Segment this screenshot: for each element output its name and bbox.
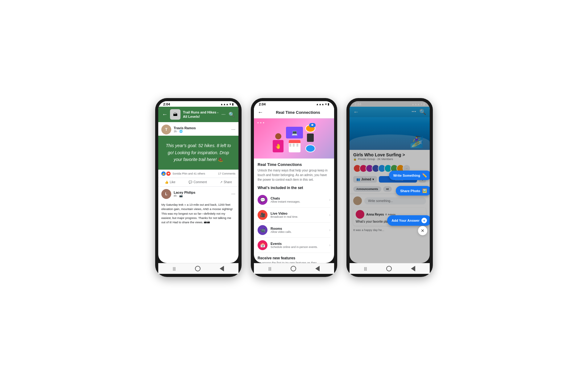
post-2-author-info: Lacey Philips 8h · 📷 xyxy=(174,191,229,197)
wifi-icon: ▾ xyxy=(421,103,422,106)
feature-rooms[interactable]: 📹 Rooms Allow video calls. › xyxy=(258,223,330,238)
group-name-text[interactable]: Girls Who Love Surfing xyxy=(353,152,401,157)
like-button[interactable]: 👍 Like xyxy=(162,179,178,185)
phone-small-icon xyxy=(307,134,314,142)
post-2-author-meta: 8h · 📷 xyxy=(174,194,229,197)
avatar-blue xyxy=(305,145,315,152)
joined-chevron: ▾ xyxy=(372,178,374,181)
nav-back-icon[interactable] xyxy=(411,266,415,271)
lacey-avatar: L xyxy=(161,189,171,199)
post-1-author-name[interactable]: Travis Ramos xyxy=(174,126,229,130)
battery-icon: ▮ xyxy=(423,103,425,106)
calendar-icon xyxy=(289,140,300,152)
chats-desc: Allow instant messages. xyxy=(271,200,326,203)
cal-dot xyxy=(289,144,291,145)
back-button-2[interactable]: ← xyxy=(258,109,263,116)
cal-header xyxy=(289,140,300,143)
share-photo-tooltip[interactable]: Share Photo 🖼️ xyxy=(396,186,430,196)
love-reaction: ❤ xyxy=(166,171,171,176)
nav-home-icon[interactable] xyxy=(195,266,201,271)
surfer-icon: 🏄‍♀️ xyxy=(410,135,424,148)
back-button[interactable]: ← xyxy=(162,111,168,118)
post-2-more[interactable]: ··· xyxy=(231,191,235,197)
add-answer-tooltip[interactable]: Add Your Answer + xyxy=(387,215,430,226)
header-actions: ··· 🔍 xyxy=(222,112,235,117)
group-title: Trail Runs and Hikes - All Levels! xyxy=(183,110,219,119)
battery-icon: ▮ xyxy=(328,103,329,106)
surf-hero-image: ← ··· 🔍 🏄‍♀️ xyxy=(350,107,430,150)
write-input[interactable]: Write something... xyxy=(364,197,426,204)
more-icon-3[interactable]: ··· xyxy=(412,109,416,115)
group-meta-text: Private Group · 2K Members xyxy=(358,158,393,161)
comment-icon: 💬 xyxy=(188,180,192,184)
live-video-chevron: › xyxy=(329,213,330,217)
person-body: 🤚 xyxy=(273,140,284,152)
lock-icon: 🔒 xyxy=(353,158,357,161)
phone-1-bottom-nav: ||| xyxy=(158,263,238,274)
nav-back-icon[interactable] xyxy=(220,266,224,271)
comment-button[interactable]: 💬 Comment xyxy=(186,179,209,185)
feature-events[interactable]: 📅 Events Schedule online and in-person e… xyxy=(258,238,330,253)
travis-avatar: T xyxy=(161,125,171,134)
rooms-emoji: 📹 xyxy=(260,228,265,233)
joined-button[interactable]: 👥 Joined ▾ xyxy=(353,176,377,183)
laptop-icon: 💻 xyxy=(286,127,303,138)
admin-name-text[interactable]: Anna Reyes xyxy=(366,213,384,216)
phone-3-screen: 2:04 ▲▲▲ ▾ ▮ ← ··· 🔍 xyxy=(350,101,430,263)
post-1-author-meta: 3h · 🌐 xyxy=(174,130,229,133)
nav-bars-icon: ||| xyxy=(173,266,176,271)
phone-1-header: ← 🏔 Trail Runs and Hikes - All Levels! ·… xyxy=(158,107,238,122)
reaction-count: Sonida Phin and 41 others xyxy=(172,172,205,175)
nav-home-icon[interactable] xyxy=(386,266,392,271)
chats-text: Chats Allow instant messages. xyxy=(271,196,326,203)
close-tooltips-button[interactable]: ✕ xyxy=(418,226,427,235)
share-button[interactable]: ↗ Share xyxy=(217,179,234,185)
announcements-pill[interactable]: Announcements xyxy=(353,186,381,192)
wifi-icon: ▾ xyxy=(325,103,327,106)
phone-2-status-bar: 2:04 ▲▲▲ ▾ ▮ xyxy=(254,101,334,107)
reaction-icons: 👍 ❤ Sonida Phin and 41 others xyxy=(161,171,205,176)
stars-illus: ✦ ✦ ✦ xyxy=(257,122,265,124)
nav-bars-icon: ||| xyxy=(268,266,271,271)
add-answer-icon: + xyxy=(421,218,427,223)
nav-home-icon[interactable] xyxy=(291,266,296,271)
chats-icon: 💬 xyxy=(258,195,267,205)
more-icon[interactable]: ··· xyxy=(222,112,226,117)
rooms-chevron: › xyxy=(329,228,330,232)
share-photo-icon: 🖼️ xyxy=(422,188,427,193)
phone-2-screen: 2:04 ▲▲▲ ▾ ▮ ← Real Time Connections xyxy=(254,101,334,263)
signal-icon: ▲▲▲ xyxy=(412,103,420,106)
post-2-author-name[interactable]: Lacey Philips xyxy=(174,191,229,194)
write-something-tooltip[interactable]: Write Something ✏️ xyxy=(389,171,430,180)
phone-3: 2:04 ▲▲▲ ▾ ▮ ← ··· 🔍 xyxy=(346,98,433,277)
post-1-author-row: T Travis Ramos 3h · 🌐 ··· xyxy=(158,122,238,136)
feature-chats[interactable]: 💬 Chats Allow instant messages. › xyxy=(258,192,330,208)
search-icon[interactable]: 🔍 xyxy=(229,112,235,117)
post-footer-text: It was a happy day he... xyxy=(350,228,430,234)
extra-tab[interactable]: nt xyxy=(383,186,392,192)
rooms-text: Rooms Allow video calls. xyxy=(271,227,326,233)
laptop-figure: 💻 xyxy=(286,125,303,152)
phone-2-content: Real Time Connections Unlock the many wa… xyxy=(254,159,334,263)
anna-avatar xyxy=(356,210,364,219)
search-icon-3[interactable]: 🔍 xyxy=(419,109,426,115)
events-emoji: 📅 xyxy=(260,243,265,248)
group-name: Girls Who Love Surfing > xyxy=(353,152,426,157)
phone-2-status-icons: ▲▲▲ ▾ ▮ xyxy=(316,103,329,106)
nav-back-icon[interactable] xyxy=(315,266,320,271)
post-1-actions: 👍 Like 💬 Comment ↗ Share xyxy=(158,178,238,187)
feature-live-video[interactable]: 🎥 Live Video Broadcast in real time. › xyxy=(258,208,330,223)
group-info: Girls Who Love Surfing > 🔒 Private Group… xyxy=(350,150,430,163)
cal-dot xyxy=(289,145,291,146)
wifi-icon: ▾ xyxy=(230,103,231,106)
comments-count[interactable]: 17 Comments xyxy=(218,172,235,175)
receive-section: Receive new features Be among the first … xyxy=(258,256,330,263)
post-1-more[interactable]: ··· xyxy=(231,127,235,132)
back-button-3[interactable]: ← xyxy=(353,109,359,115)
nav-bars-icon: ||| xyxy=(364,266,367,271)
live-video-name: Live Video xyxy=(271,212,326,215)
green-post-text: This year's goal: 52 hikes. 8 left to go… xyxy=(163,142,234,163)
phone-3-bottom-nav: ||| xyxy=(350,263,430,274)
receive-title: Receive new features xyxy=(258,256,330,260)
page-title: Real Time Connections xyxy=(266,110,330,115)
